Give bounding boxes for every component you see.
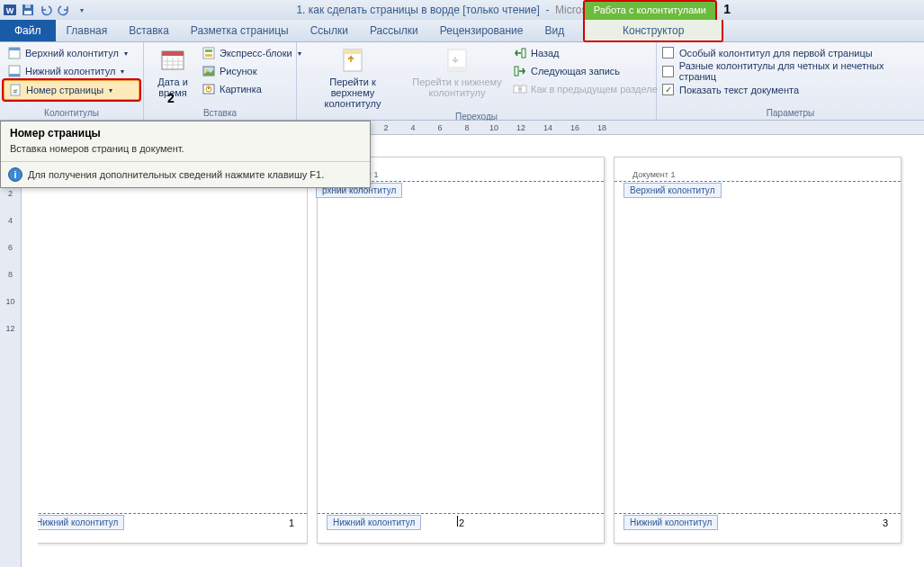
header-button[interactable]: Верхний колонтитул▾ bbox=[4, 44, 139, 62]
tab-file[interactable]: Файл bbox=[0, 20, 56, 41]
tab-view[interactable]: Вид bbox=[534, 20, 575, 41]
tab-review[interactable]: Рецензирование bbox=[429, 20, 534, 41]
header-boundary bbox=[615, 181, 901, 182]
contextual-tab-header[interactable]: Работа с колонтитулами bbox=[583, 0, 717, 20]
svg-rect-12 bbox=[162, 51, 184, 56]
tab-mailings[interactable]: Рассылки bbox=[359, 20, 429, 41]
label: Разные колонтитулы для четных и нечетных… bbox=[679, 60, 919, 82]
ruler-tick: 8 bbox=[8, 270, 13, 297]
group-label: Параметры bbox=[660, 107, 920, 120]
tooltip-footer-text: Для получения дополнительных сведений на… bbox=[28, 169, 324, 180]
ribbon-tabs: Файл Главная Вставка Разметка страницы С… bbox=[0, 20, 924, 42]
ruler-tick: 2 bbox=[372, 123, 399, 132]
svg-rect-18 bbox=[203, 48, 214, 58]
svg-text:W: W bbox=[6, 6, 14, 15]
back-icon bbox=[513, 46, 527, 60]
header-icon bbox=[7, 46, 22, 60]
ruler-tick: 16 bbox=[561, 123, 588, 132]
page-number-button[interactable]: # Номер страницы▾ bbox=[4, 80, 139, 100]
annotation-1: 1 bbox=[723, 2, 731, 16]
save-icon[interactable] bbox=[20, 2, 36, 18]
prev-section-button[interactable]: Назад bbox=[509, 44, 661, 62]
footer-tab[interactable]: Нижний колонтитул bbox=[38, 515, 124, 530]
ruler-tick: 8 bbox=[453, 123, 480, 132]
ribbon: Верхний колонтитул▾ Нижний колонтитул▾ #… bbox=[0, 42, 924, 121]
page-number-text: 2 bbox=[457, 516, 464, 528]
footer-tab[interactable]: Нижний колонтитул bbox=[327, 515, 421, 530]
page-3[interactable]: Документ 1 Верхний колонтитул Нижний кол… bbox=[614, 157, 902, 544]
ruler-tick: 2 bbox=[8, 189, 13, 216]
checkbox-icon: ✓ bbox=[662, 84, 674, 95]
label: Как в предыдущем разделе bbox=[531, 84, 658, 94]
tooltip-body: Вставка номеров страниц в документ. bbox=[1, 141, 370, 161]
goto-header-button[interactable]: Перейти к верхнему колонтитулу bbox=[301, 44, 405, 111]
odd-even-checkbox[interactable]: Разные колонтитулы для четных и нечетных… bbox=[660, 59, 920, 83]
svg-rect-30 bbox=[522, 49, 525, 58]
pages-container: Нижний колонтитул 1 Документ 1 рхний кол… bbox=[22, 135, 924, 567]
window-title: 1. как сделать страницы в ворде [только … bbox=[296, 4, 627, 16]
group-insert: Дата и время Экспресс-блоки▾ Рисунок Кар… bbox=[144, 42, 297, 120]
ruler-tick: 12 bbox=[507, 123, 534, 132]
page-number-icon: # bbox=[8, 83, 22, 97]
label: Назад bbox=[531, 48, 560, 58]
show-doc-text-checkbox[interactable]: ✓ Показать текст документа bbox=[660, 83, 920, 96]
qat-customize-icon[interactable]: ▾ bbox=[74, 2, 90, 18]
tab-constructor[interactable]: Конструктор bbox=[583, 20, 723, 42]
info-icon: i bbox=[8, 167, 22, 182]
group-options: Особый колонтитул для первой страницы Ра… bbox=[657, 42, 924, 120]
svg-rect-19 bbox=[205, 50, 212, 52]
tooltip-title: Номер страницы bbox=[1, 122, 370, 141]
goto-footer-icon bbox=[443, 46, 471, 75]
section-label: Документ 1 bbox=[632, 170, 675, 179]
clipart-button[interactable]: Картинка bbox=[198, 80, 305, 98]
undo-icon[interactable] bbox=[38, 2, 54, 18]
group-headers-footers: Верхний колонтитул▾ Нижний колонтитул▾ #… bbox=[0, 42, 144, 120]
word-app-icon[interactable]: W bbox=[2, 2, 18, 18]
tooltip-footer: i Для получения дополнительных сведений … bbox=[1, 161, 370, 187]
label: Перейти к верхнему колонтитулу bbox=[308, 76, 398, 109]
title-bar: W ▾ 1. как сделать страницы в ворде [тол… bbox=[0, 0, 924, 20]
footer-tab[interactable]: Нижний колонтитул bbox=[623, 515, 718, 530]
svg-point-25 bbox=[208, 87, 210, 89]
tab-layout[interactable]: Разметка страницы bbox=[180, 20, 300, 41]
group-label: Вставка bbox=[148, 107, 292, 120]
next-section-button[interactable]: Следующая запись bbox=[509, 62, 661, 80]
header-tab[interactable]: Верхний колонтитул bbox=[623, 183, 722, 198]
svg-rect-3 bbox=[24, 11, 31, 14]
svg-rect-31 bbox=[515, 67, 518, 76]
svg-rect-4 bbox=[25, 4, 31, 8]
label: Следующая запись bbox=[531, 66, 620, 76]
label: Перейти к нижнему колонтитулу bbox=[412, 76, 502, 98]
next-icon bbox=[513, 64, 527, 78]
svg-text:#: # bbox=[13, 87, 18, 95]
clipart-icon bbox=[202, 82, 216, 96]
tab-references[interactable]: Ссылки bbox=[300, 20, 359, 41]
page-number-text: 3 bbox=[883, 518, 888, 528]
checkbox-icon bbox=[662, 47, 674, 58]
goto-footer-button: Перейти к нижнему колонтитулу bbox=[405, 44, 509, 111]
tooltip-page-number: Номер страницы Вставка номеров страниц в… bbox=[0, 121, 371, 188]
footer-button[interactable]: Нижний колонтитул▾ bbox=[4, 62, 139, 80]
page-1[interactable]: Нижний колонтитул 1 bbox=[38, 157, 308, 544]
express-blocks-button[interactable]: Экспресс-блоки▾ bbox=[198, 44, 305, 62]
page-number-text: 1 bbox=[289, 518, 294, 528]
tab-insert[interactable]: Вставка bbox=[118, 20, 180, 41]
first-page-checkbox[interactable]: Особый колонтитул для первой страницы bbox=[660, 46, 920, 59]
picture-icon bbox=[202, 64, 216, 78]
quick-access-toolbar: W ▾ bbox=[0, 2, 90, 18]
picture-button[interactable]: Рисунок bbox=[198, 62, 305, 80]
link-previous-button[interactable]: Как в предыдущем разделе bbox=[509, 80, 661, 98]
redo-icon[interactable] bbox=[56, 2, 72, 18]
ruler-tick: 14 bbox=[534, 123, 561, 132]
label: Нижний колонтитул bbox=[25, 66, 115, 76]
ruler-tick: 10 bbox=[5, 297, 14, 324]
vertical-ruler[interactable]: 24681012 bbox=[0, 135, 22, 567]
tab-home[interactable]: Главная bbox=[56, 20, 119, 41]
svg-rect-29 bbox=[448, 67, 466, 71]
page-2[interactable]: Документ 1 рхний колонтитул Нижний колон… bbox=[317, 157, 605, 544]
footer-boundary bbox=[318, 513, 604, 514]
svg-rect-6 bbox=[9, 48, 20, 50]
svg-rect-20 bbox=[205, 54, 212, 57]
group-label: Колонтитулы bbox=[4, 107, 139, 120]
link-icon bbox=[513, 82, 527, 96]
